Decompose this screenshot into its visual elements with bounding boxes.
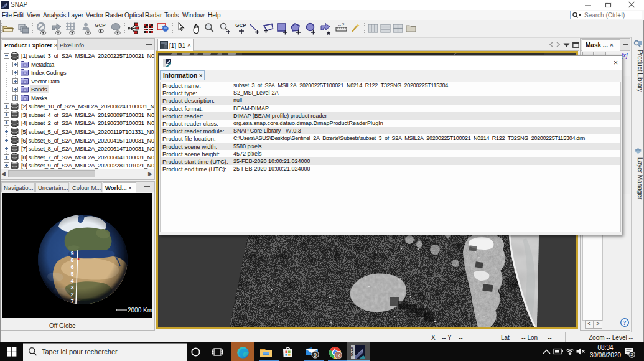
svg-text:SNAP: SNAP	[351, 347, 354, 357]
svg-text:3: 3	[71, 284, 74, 291]
svg-text:8: 8	[71, 257, 74, 263]
svg-text:?: ?	[623, 319, 627, 326]
svg-text:R: R	[336, 352, 340, 359]
svg-text:2: 2	[630, 352, 633, 357]
svg-text:9: 9	[314, 352, 317, 358]
svg-text:7: 7	[71, 298, 74, 304]
svg-text:5: 5	[71, 271, 74, 277]
svg-text:4: 4	[71, 278, 74, 284]
svg-text:GCP: GCP	[95, 22, 106, 28]
svg-text:9: 9	[71, 250, 74, 256]
svg-text:6: 6	[71, 264, 74, 270]
svg-text:↔?: ↔?	[338, 22, 345, 27]
svg-text:2000 Km: 2000 Km	[128, 307, 152, 314]
svg-text:2: 2	[71, 291, 74, 298]
svg-text:GCP: GCP	[235, 22, 246, 28]
